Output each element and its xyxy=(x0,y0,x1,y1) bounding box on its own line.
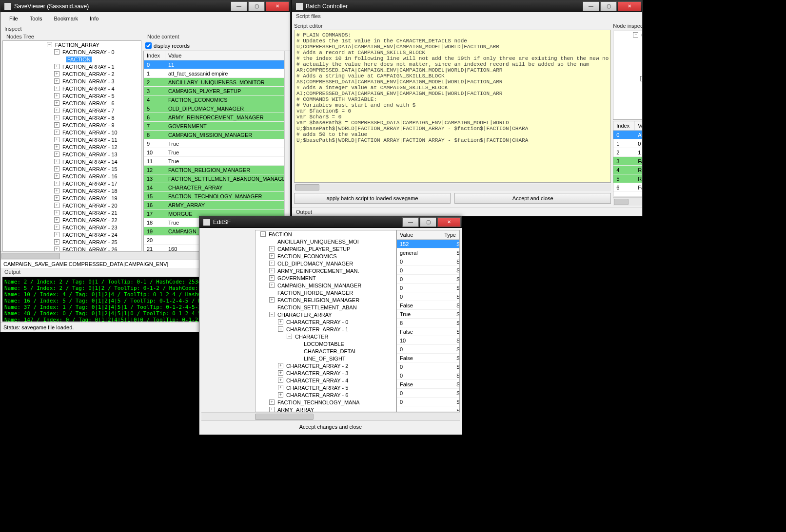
grid-row[interactable]: 7GOVERNMENT xyxy=(144,122,290,131)
tree-toggle-icon[interactable]: + xyxy=(269,253,275,259)
tree-node[interactable]: OLD_DIPLOMACY_MANAGER xyxy=(276,261,354,266)
tree-toggle-icon[interactable]: + xyxy=(54,210,59,215)
tree-toggle-icon[interactable]: − xyxy=(47,42,52,47)
tree-toggle-icon[interactable]: + xyxy=(54,78,59,84)
inspector-grid[interactable]: Index Value 0ANCILLARY_UNIQUENESS_MONITO… xyxy=(613,121,642,196)
titlebar[interactable]: SaveViewer (Sassanid.save) — ▢ ✕ xyxy=(0,0,290,12)
grid-row[interactable]: 14CHARACTER_ARRAY xyxy=(144,183,290,192)
tree-toggle-icon[interactable]: + xyxy=(54,188,59,193)
grid-row[interactable]: 3FACTION_ARRAY xyxy=(613,157,642,166)
tree-node[interactable]: FACTION_TECHNOLOGY_MANA xyxy=(276,399,361,405)
grid-row[interactable]: 6ARMY_REINFORCEMENT_MANAGER xyxy=(144,113,290,122)
tree-toggle-icon[interactable]: + xyxy=(278,392,283,398)
minimize-button[interactable]: — xyxy=(402,217,419,227)
tree-node[interactable]: ANCILLARY_UNIQUENESS_MOI xyxy=(276,239,360,245)
tree-toggle-icon[interactable]: + xyxy=(269,283,275,288)
tree-node[interactable]: FACTION_ARRAY - 21 xyxy=(61,210,118,216)
script-textarea[interactable]: # PLAIN COMMANDS: # Updates the 1st valu… xyxy=(294,30,611,183)
tree-node[interactable]: FACTION_ARRAY xyxy=(54,42,100,48)
tree-toggle-icon[interactable]: + xyxy=(54,122,59,128)
tree-node[interactable]: FACTION_ARRAY - 0 xyxy=(61,49,116,55)
tree-node[interactable]: FACTION_ARRAY - 8 xyxy=(61,115,116,121)
grid-row[interactable]: FalseSystem.Boolean xyxy=(397,301,459,310)
tree-node[interactable]: CHARACTER xyxy=(294,334,329,340)
tree-toggle-icon[interactable]: + xyxy=(54,173,59,179)
grid-row[interactable]: FalseSystem.Boolean xyxy=(397,380,459,389)
grid-row[interactable]: 0System.UInt32 xyxy=(397,257,459,266)
menu-file[interactable]: File xyxy=(4,14,23,23)
tree-node[interactable]: FACTION_ARRAY - 15 xyxy=(61,166,118,172)
grid-row[interactable]: TrueSystem.Boolean xyxy=(397,310,459,319)
tree-toggle-icon[interactable]: + xyxy=(269,246,275,251)
col-value[interactable]: Value xyxy=(397,230,441,239)
tree-node[interactable]: FACTION_ARRAY - 19 xyxy=(61,195,118,201)
tree-toggle-icon[interactable]: + xyxy=(278,319,283,324)
tree-node[interactable]: CHARACTER_ARRAY - 0 xyxy=(285,319,349,325)
grid-row[interactable]: 4REBEL_FACTION xyxy=(613,166,642,174)
tree-node[interactable]: LOCOMOTABLE xyxy=(303,341,345,347)
grid-row[interactable]: 10True xyxy=(144,148,290,157)
tree-toggle-icon[interactable]: + xyxy=(269,268,275,273)
grid-row[interactable]: 8System.UInt32 xyxy=(397,319,459,327)
tree-node[interactable]: FACTION_ARRAY - 1 xyxy=(61,64,116,70)
tree-node[interactable]: FACTION_SETTLEMENT_ABAN xyxy=(276,304,358,310)
grid-row[interactable]: 0System.UInt32 xyxy=(397,345,459,354)
col-index[interactable]: Index xyxy=(144,51,165,60)
tree-toggle-icon[interactable]: + xyxy=(54,137,59,142)
grid-row[interactable]: FalseSystem.Boolean xyxy=(397,354,459,362)
tree-node[interactable]: FACTION_ARRAY - 17 xyxy=(61,181,118,187)
minimize-button[interactable]: — xyxy=(231,1,247,11)
tree-toggle-icon[interactable]: + xyxy=(54,203,59,208)
display-records-checkbox[interactable] xyxy=(145,42,152,49)
grid-row[interactable]: 2ANCILLARY_UNIQUENESS_MONITOR xyxy=(144,78,290,87)
grid-row[interactable]: 0System.UInt32 xyxy=(397,371,459,380)
grid-row[interactable]: 13FACTION_SETTLEMENT_ABANDON_MANAGER xyxy=(144,174,290,183)
tree-node[interactable]: FACTION xyxy=(268,231,293,237)
tree-node[interactable]: FACTION_ARRAY - 4 xyxy=(61,86,116,92)
tree-toggle-icon[interactable]: − xyxy=(260,231,266,237)
grid-row[interactable]: 4FACTION_ECONOMICS xyxy=(144,95,290,104)
tree-toggle-icon[interactable]: + xyxy=(54,195,59,201)
tree-node[interactable]: FACTION_ARRAY - 6 xyxy=(61,100,116,106)
menu-info[interactable]: Info xyxy=(85,14,103,23)
tree-node[interactable]: CHARACTER_ARRAY - 6 xyxy=(285,392,349,398)
tree-toggle-icon[interactable]: + xyxy=(54,108,59,113)
accept-close-button[interactable]: Accept and close xyxy=(454,193,611,204)
tree-toggle-icon[interactable]: + xyxy=(54,100,59,106)
grid-row[interactable]: 1att_fact_sassanid empire xyxy=(144,69,290,78)
tree-node[interactable]: FACTION_ARRAY - 12 xyxy=(61,144,118,150)
tree-node[interactable]: CHARACTER_ARRAY - 1 xyxy=(285,326,349,332)
script-hscroll[interactable] xyxy=(294,183,611,191)
grid-row[interactable]: 0System.UInt32 xyxy=(397,292,459,301)
grid-row[interactable]: 6False xyxy=(613,183,642,192)
grid-row[interactable]: 0System.UInt32 xyxy=(397,398,459,406)
tree-toggle-icon[interactable]: + xyxy=(269,297,275,303)
tree-node[interactable]: CHARACTER_ARRAY - 3 xyxy=(285,370,349,376)
tree-toggle-icon[interactable]: − xyxy=(287,334,292,339)
tree-node[interactable]: FACTION_ECONOMICS xyxy=(276,253,338,259)
tree-toggle-icon[interactable]: + xyxy=(54,86,59,91)
menu-tools[interactable]: Tools xyxy=(25,14,47,23)
tree-toggle-icon[interactable]: + xyxy=(54,225,59,230)
grid-row[interactable]: 0System.UInt32 xyxy=(397,389,459,398)
tree-toggle-icon[interactable]: + xyxy=(54,166,59,171)
tree-node[interactable]: CHARACTER_ARRAY - 5 xyxy=(285,385,349,391)
grid-row[interactable]: 0System.UInt32 xyxy=(397,284,459,292)
tree-node[interactable]: FACTION_ARRAY - 14 xyxy=(61,159,118,165)
tree-toggle-icon[interactable]: − xyxy=(269,312,275,317)
tree-node[interactable]: FACTION_ARRAY - 2 xyxy=(61,71,116,77)
tree-toggle-icon[interactable]: + xyxy=(278,378,283,383)
tree-node[interactable]: FACTION_ARRAY - 20 xyxy=(61,203,118,209)
col-value[interactable]: Value xyxy=(165,51,290,60)
maximize-button[interactable]: ▢ xyxy=(248,1,265,11)
tree-node[interactable]: FACTION_ARRAY - 3 xyxy=(61,78,116,84)
tree-node[interactable]: FACTION_ARRAY - 10 xyxy=(61,130,118,135)
grid-row[interactable]: System.String xyxy=(397,406,459,412)
inspector-hscroll[interactable] xyxy=(613,197,642,206)
grid-row[interactable]: generalSystem.String xyxy=(397,248,459,257)
close-button[interactable]: ✕ xyxy=(618,1,641,11)
tree-toggle-icon[interactable]: + xyxy=(54,64,59,69)
tree-node[interactable]: GOVERNMENT xyxy=(276,275,317,281)
grid-row[interactable]: FalseSystem.Boolean xyxy=(397,327,459,336)
tree-node[interactable]: CHARACTER_ARRAY - 4 xyxy=(285,378,349,383)
